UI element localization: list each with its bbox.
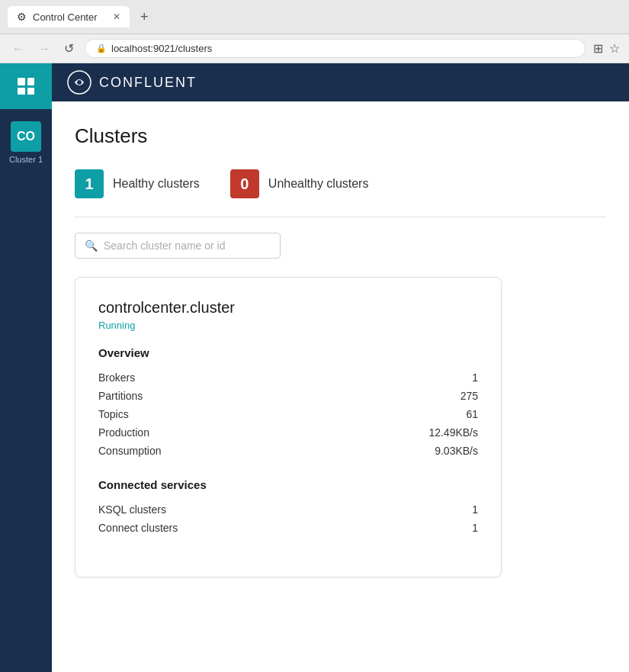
cluster-avatar: CO: [11, 121, 41, 152]
cluster-card[interactable]: controlcenter.cluster Running Overview B…: [75, 277, 502, 577]
tab-favicon: ⚙: [17, 11, 27, 23]
topics-value: 61: [466, 408, 478, 420]
search-wrapper[interactable]: 🔍: [75, 233, 281, 259]
ksql-value: 1: [472, 503, 478, 516]
production-value: 12.49KB/s: [428, 426, 478, 439]
bookmark-button[interactable]: ☆: [609, 41, 620, 56]
partitions-label: Partitions: [98, 390, 143, 402]
stats-row: 1 Healthy clusters 0 Unhealthy clusters: [75, 169, 606, 198]
browser-tab[interactable]: ⚙ Control Center ✕: [8, 6, 130, 27]
brokers-row: Brokers 1: [98, 368, 478, 387]
services-table: KSQL clusters 1 Connect clusters 1: [98, 500, 478, 537]
forward-button[interactable]: →: [35, 40, 53, 57]
browser-chrome: ⚙ Control Center ✕ +: [0, 0, 629, 34]
topics-label: Topics: [98, 408, 129, 420]
page-title: Clusters: [75, 124, 606, 148]
address-bar: ← → ↺ 🔒 localhost:9021/clusters ⊞ ☆: [0, 34, 629, 63]
lock-icon: 🔒: [96, 43, 107, 53]
address-actions: ⊞ ☆: [593, 41, 620, 56]
logo: CONFLUENT: [67, 70, 197, 95]
ksql-row: KSQL clusters 1: [98, 500, 478, 519]
ksql-label: KSQL clusters: [98, 503, 166, 516]
sidebar: CO Cluster 1: [0, 63, 52, 672]
url-text: localhost:9021/clusters: [111, 43, 212, 54]
sidebar-dashboard-button[interactable]: [0, 63, 52, 109]
consumption-value: 9.03KB/s: [435, 445, 478, 457]
svg-point-1: [77, 80, 82, 85]
translate-button[interactable]: ⊞: [593, 41, 603, 56]
new-tab-button[interactable]: +: [136, 8, 153, 27]
search-input[interactable]: [104, 240, 271, 252]
tab-title: Control Center: [33, 11, 98, 23]
partitions-value: 275: [461, 390, 478, 402]
unhealthy-count-badge: 0: [230, 169, 259, 198]
partitions-row: Partitions 275: [98, 387, 478, 405]
healthy-clusters-stat: 1 Healthy clusters: [75, 169, 200, 198]
app-container: CO Cluster 1 CONFLUENT Clusters: [0, 63, 629, 672]
healthy-count-badge: 1: [75, 169, 104, 198]
overview-section-title: Overview: [98, 346, 478, 359]
brokers-label: Brokers: [98, 371, 135, 384]
services-section-title: Connected services: [98, 478, 478, 491]
search-container: 🔍: [75, 233, 606, 259]
consumption-label: Consumption: [98, 445, 162, 457]
confluent-logo-icon: [67, 70, 91, 95]
unhealthy-clusters-label: Unhealthy clusters: [268, 177, 369, 191]
connect-value: 1: [472, 522, 478, 534]
connect-row: Connect clusters 1: [98, 519, 478, 537]
search-icon: 🔍: [85, 240, 98, 252]
cluster-label: Cluster 1: [9, 155, 43, 164]
divider: [75, 217, 606, 217]
topics-row: Topics 61: [98, 405, 478, 423]
healthy-clusters-label: Healthy clusters: [113, 177, 200, 191]
brokers-value: 1: [472, 371, 478, 384]
cluster-card-name: controlcenter.cluster: [98, 299, 478, 317]
logo-text: CONFLUENT: [99, 75, 197, 91]
refresh-button[interactable]: ↺: [61, 40, 77, 57]
connect-label: Connect clusters: [98, 522, 178, 534]
dashboard-icon: [18, 78, 34, 95]
unhealthy-clusters-stat: 0 Unhealthy clusters: [230, 169, 369, 198]
back-button[interactable]: ←: [9, 40, 27, 57]
main-content: Clusters 1 Healthy clusters 0 Unhealthy …: [52, 101, 629, 672]
production-label: Production: [98, 426, 149, 439]
cluster-card-status: Running: [98, 320, 478, 331]
address-input[interactable]: 🔒 localhost:9021/clusters: [85, 39, 586, 58]
tab-close-button[interactable]: ✕: [113, 11, 120, 22]
production-row: Production 12.49KB/s: [98, 423, 478, 442]
sidebar-cluster-item[interactable]: CO Cluster 1: [9, 121, 43, 164]
main-area: CONFLUENT Clusters 1 Healthy clusters 0 …: [52, 63, 629, 672]
consumption-row: Consumption 9.03KB/s: [98, 442, 478, 460]
topnav: CONFLUENT: [52, 63, 629, 101]
overview-table: Brokers 1 Partitions 275 Topics 61 Produ…: [98, 368, 478, 460]
